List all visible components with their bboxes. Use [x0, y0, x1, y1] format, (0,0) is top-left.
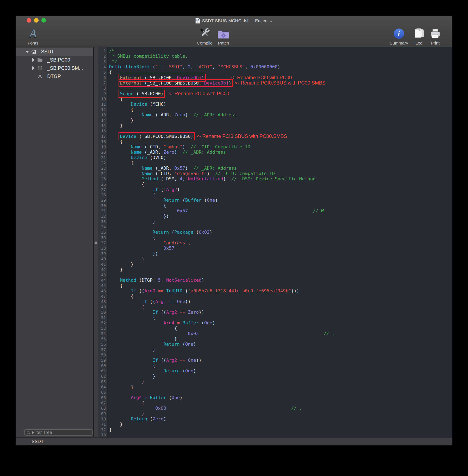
- code-line[interactable]: }: [109, 262, 453, 267]
- toolbar-item-print[interactable]: Print: [429, 23, 441, 45]
- code-editor[interactable]: 1234567891011121314151617181920212223242…: [94, 47, 453, 437]
- code-line[interactable]: Method (DTGP, 5, NotSerialized): [109, 278, 453, 283]
- sidebar-item-dtgp[interactable]: DTGP: [15, 72, 93, 80]
- code-line[interactable]: 0x00 // .: [109, 406, 453, 411]
- code-line[interactable]: Name (_CID, "smbus") // _CID: Compatible…: [109, 144, 453, 149]
- code-line[interactable]: */: [109, 59, 453, 64]
- code-line[interactable]: [109, 352, 453, 358]
- sidebar-item-sbpc00[interactable]: _SB.PC00: [15, 56, 93, 64]
- code-line[interactable]: [109, 432, 453, 437]
- code-line[interactable]: Return (Zero): [109, 416, 453, 422]
- code-line[interactable]: }: [109, 379, 453, 384]
- code-line[interactable]: Method (_DSM, 4, NotSerialized) // _DSM:…: [109, 176, 453, 182]
- line-marker-dot: [95, 241, 97, 244]
- code-line[interactable]: }: [109, 267, 453, 272]
- code-lines[interactable]: /* * SMBus compatibility table. */Defini…: [107, 47, 453, 437]
- code-line[interactable]: Device (DVL0): [109, 155, 453, 160]
- code-line[interactable]: }: [109, 118, 453, 123]
- code-line[interactable]: * SMBus compatibility table.: [109, 54, 453, 59]
- code-line[interactable]: External (_SB_.PC00.SMBS.BUS0, DeviceObj…: [109, 80, 453, 86]
- code-line[interactable]: External (_SB_.PC00, DeviceObj)<- Rename…: [109, 75, 453, 80]
- code-line[interactable]: [109, 224, 453, 230]
- code-line[interactable]: Scope (_SB.PC00)<- Rename PCI0 with PC00: [109, 91, 453, 96]
- code-line[interactable]: [109, 390, 453, 395]
- code-line[interactable]: Return (One): [109, 342, 453, 347]
- code-line[interactable]: }: [109, 219, 453, 224]
- disclosure-triangle-icon[interactable]: [31, 66, 35, 70]
- line-number: 61: [98, 368, 106, 374]
- line-number: 4: [98, 64, 106, 70]
- code-line[interactable]: 0x03 // .: [109, 331, 453, 336]
- code-line[interactable]: }: [109, 411, 453, 416]
- code-line[interactable]: Name (_ADR, 0x57) // _ADR: Address: [109, 165, 453, 171]
- disclosure-triangle-icon[interactable]: [31, 58, 35, 62]
- code-line[interactable]: Name (_CID, "diagsvault") // _CID: Compa…: [109, 171, 453, 176]
- code-line[interactable]: DefinitionBlock ("", "SSDT", 2, "ACDT", …: [109, 64, 453, 70]
- code-line[interactable]: {: [109, 283, 453, 288]
- code-line[interactable]: Return (Package (0x02): [109, 230, 453, 235]
- code-line[interactable]: 0x57 // W: [109, 208, 453, 214]
- code-line[interactable]: Arg4 = Buffer (One): [109, 320, 453, 326]
- code-line[interactable]: {: [109, 160, 453, 165]
- code-line[interactable]: If ((Arg2 == One)): [109, 358, 453, 363]
- code-line[interactable]: [109, 86, 453, 91]
- code-line[interactable]: [109, 128, 453, 134]
- code-line[interactable]: 0x57: [109, 246, 453, 251]
- code-line[interactable]: }: [109, 384, 453, 390]
- code-line[interactable]: }: [109, 123, 453, 128]
- line-number: 48: [98, 299, 106, 304]
- sidebar-item-sbpc00sm[interactable]: _SB.PC00.SM...: [15, 64, 93, 72]
- disclosure-triangle-icon[interactable]: [25, 50, 29, 54]
- code-line[interactable]: {: [109, 363, 453, 368]
- toolbar-label: Log: [415, 41, 423, 45]
- summary-info-icon: i: [393, 28, 404, 39]
- toolbar-item-summary[interactable]: i Summary: [390, 23, 408, 45]
- code-line[interactable]: {: [109, 182, 453, 187]
- code-line[interactable]: {: [109, 139, 453, 144]
- code-line[interactable]: {: [109, 326, 453, 331]
- code-line[interactable]: If ((Arg2 == Zero)): [109, 310, 453, 315]
- code-line[interactable]: Device (_SB.PC00.SMBS.BUS0)<- Rename PCI…: [109, 134, 453, 139]
- home-icon: [31, 49, 37, 55]
- code-line[interactable]: {: [109, 70, 453, 75]
- code-line[interactable]: Return (Buffer (One): [109, 198, 453, 203]
- code-line[interactable]: {: [109, 235, 453, 240]
- toolbar-item-log[interactable]: Log: [413, 23, 425, 45]
- code-line[interactable]: {: [109, 203, 453, 208]
- code-line[interactable]: }: [109, 347, 453, 352]
- code-line[interactable]: If ((Arg1 == One)): [109, 299, 453, 304]
- line-number: 2: [98, 54, 106, 59]
- code-line[interactable]: }: [109, 374, 453, 379]
- marker-gutter[interactable]: [94, 47, 98, 437]
- code-line[interactable]: {: [109, 96, 453, 102]
- filter-tree-input[interactable]: Filter Tree: [24, 429, 93, 436]
- toolbar-item-patch[interactable]: Patch: [217, 23, 230, 45]
- code-line[interactable]: Name (_ADR, Zero) // _ADR: Address: [109, 112, 453, 118]
- code-line[interactable]: {: [109, 107, 453, 112]
- line-number: 36: [98, 235, 106, 240]
- title-chevron-icon[interactable]: ⌄: [270, 19, 273, 23]
- code-line[interactable]: Name (_ADR, Zero) // _ADR: Address: [109, 149, 453, 155]
- toolbar-item-compile[interactable]: Compile: [197, 23, 212, 45]
- code-line[interactable]: "address",: [109, 240, 453, 246]
- toolbar-item-fonts[interactable]: A Fonts: [28, 23, 39, 45]
- code-line[interactable]: If ((Arg0 == ToUUID ("a0b5b7c6-1318-441c…: [109, 288, 453, 294]
- code-line[interactable]: [109, 272, 453, 278]
- sidebar-item-ssdt[interactable]: SSDT: [15, 48, 93, 56]
- code-line[interactable]: }: [109, 336, 453, 342]
- code-line[interactable]: Return (One): [109, 368, 453, 374]
- code-line[interactable]: }: [109, 256, 453, 262]
- code-line[interactable]: If (!Arg2): [109, 187, 453, 192]
- code-line[interactable]: }): [109, 251, 453, 256]
- code-line[interactable]: /*: [109, 48, 453, 54]
- code-line[interactable]: {: [109, 304, 453, 310]
- code-line[interactable]: {: [109, 400, 453, 406]
- code-line[interactable]: }): [109, 214, 453, 219]
- code-line[interactable]: Arg4 = Buffer (One): [109, 395, 453, 400]
- code-line[interactable]: }: [109, 422, 453, 427]
- code-line[interactable]: {: [109, 192, 453, 198]
- code-line[interactable]: }: [109, 427, 453, 432]
- code-line[interactable]: Device (MCHC): [109, 102, 453, 107]
- code-line[interactable]: {: [109, 315, 453, 320]
- code-line[interactable]: {: [109, 294, 453, 299]
